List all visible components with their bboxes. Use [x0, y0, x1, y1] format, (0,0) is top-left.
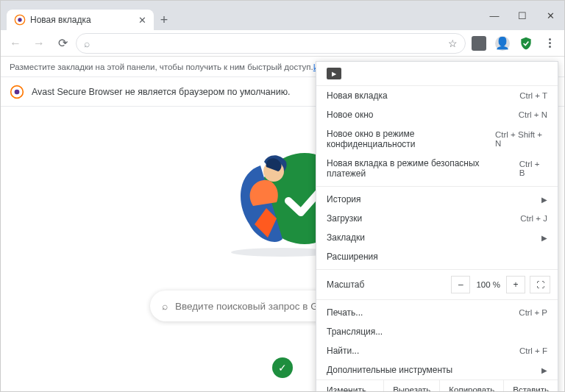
security-button[interactable]	[516, 33, 536, 54]
menu-print[interactable]: Печать...Ctrl + P	[316, 303, 558, 322]
search-icon: ⌕	[162, 301, 168, 312]
bookmarks-hint: Разместите закладки на этой панели, чтоб…	[10, 63, 313, 71]
window-controls: — ☐ ✕	[480, 1, 564, 30]
menu-history[interactable]: История▶	[316, 190, 558, 209]
chevron-right-icon: ▶	[541, 234, 547, 242]
avast-favicon-icon	[14, 14, 26, 26]
search-icon: ⌕	[84, 38, 90, 49]
main-menu: ▶ Новая вкладкаCtrl + T Новое окноCtrl +…	[316, 61, 558, 392]
minimize-button[interactable]: —	[480, 4, 508, 26]
profile-button[interactable]: 👤	[492, 33, 513, 54]
main-menu-button[interactable]	[539, 33, 560, 54]
menu-extensions[interactable]: Расширения	[316, 247, 558, 266]
browser-tab[interactable]: Новая вкладка ✕	[7, 10, 154, 30]
reload-button[interactable]: ⟳	[52, 33, 73, 54]
close-tab-icon[interactable]: ✕	[138, 15, 146, 26]
kebab-icon	[549, 38, 551, 48]
menu-bookmarks[interactable]: Закладки▶	[316, 228, 558, 247]
url-input[interactable]	[96, 38, 442, 49]
menu-edit-row: Изменить Вырезать Копировать Вставить	[316, 379, 558, 392]
chevron-right-icon: ▶	[541, 366, 547, 374]
address-bar[interactable]: ⌕ ☆	[76, 33, 466, 54]
adblock-button[interactable]	[469, 33, 489, 54]
back-button[interactable]: ←	[5, 33, 26, 54]
fullscreen-button[interactable]: ⛶	[530, 276, 550, 293]
menu-more-tools[interactable]: Дополнительные инструменты▶	[316, 360, 558, 379]
svg-point-1	[18, 18, 21, 21]
menu-incognito[interactable]: Новое окно в режиме конфиденциальностиCt…	[316, 124, 558, 154]
edit-copy[interactable]: Копировать	[439, 380, 503, 392]
status-badge[interactable]: ✓	[272, 357, 293, 378]
shield-green-icon	[519, 36, 533, 51]
zoom-in-button[interactable]: +	[506, 276, 525, 293]
menu-find[interactable]: Найти...Ctrl + F	[316, 341, 558, 360]
toolbar: ← → ⟳ ⌕ ☆ 👤	[1, 30, 564, 57]
svg-point-3	[15, 89, 20, 94]
menu-new-window[interactable]: Новое окноCtrl + N	[316, 105, 558, 124]
menu-zoom-row: Масштаб – 100 % + ⛶	[316, 273, 558, 296]
tab-title: Новая вкладка	[30, 15, 134, 25]
titlebar: Новая вкладка ✕ + — ☐ ✕	[1, 1, 564, 30]
edit-cut[interactable]: Вырезать	[383, 380, 439, 392]
avast-infobar-icon	[10, 85, 24, 99]
chevron-right-icon: ▶	[541, 196, 547, 204]
menu-user-row[interactable]: ▶	[316, 62, 558, 86]
edit-paste[interactable]: Вставить	[503, 380, 558, 392]
menu-cast[interactable]: Трансляция...	[316, 322, 558, 341]
menu-new-tab[interactable]: Новая вкладкаCtrl + T	[316, 86, 558, 105]
bookmark-star-icon[interactable]: ☆	[448, 38, 458, 49]
zoom-out-button[interactable]: –	[451, 276, 470, 293]
shield-dark-icon	[472, 36, 486, 51]
forward-button[interactable]: →	[29, 33, 49, 54]
menu-downloads[interactable]: ЗагрузкиCtrl + J	[316, 209, 558, 228]
youtube-icon: ▶	[327, 68, 341, 79]
close-window-button[interactable]: ✕	[536, 4, 564, 26]
person-icon: 👤	[495, 36, 510, 51]
zoom-value: 100 %	[470, 280, 506, 289]
maximize-button[interactable]: ☐	[508, 4, 536, 26]
ntp-search-placeholder: Введите поисковый запрос в Go	[175, 301, 324, 312]
menu-bank-mode[interactable]: Новая вкладка в режиме безопасных платеж…	[316, 154, 558, 183]
new-tab-button[interactable]: +	[154, 10, 174, 30]
